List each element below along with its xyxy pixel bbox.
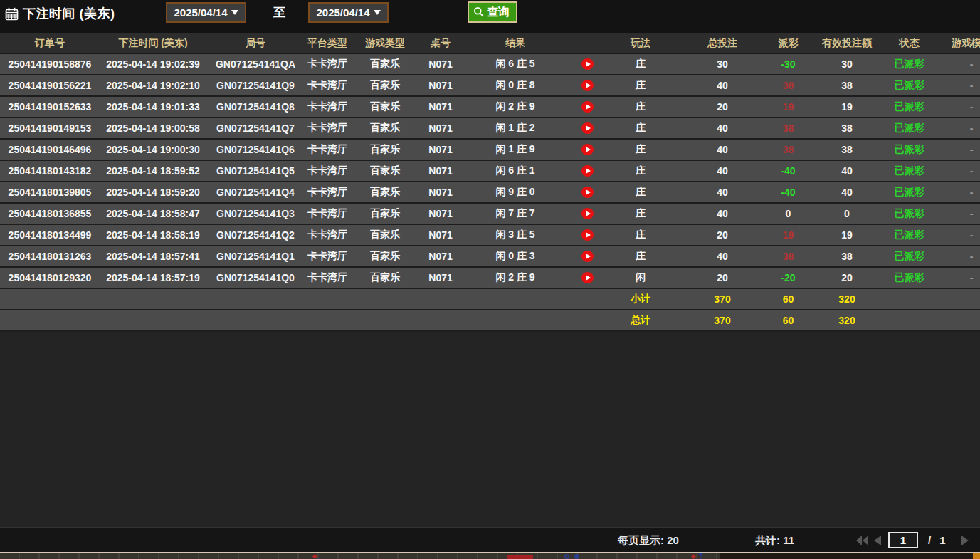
cell-platform: 卡卡湾厅 xyxy=(305,246,350,266)
table-row: 250414190146496 2025-04-14 19:00:30 GN07… xyxy=(0,140,980,161)
query-button[interactable]: 查询 xyxy=(468,1,517,23)
replay-icon[interactable] xyxy=(581,80,594,91)
page-input[interactable]: 1 xyxy=(888,532,918,548)
bet-records-table: 订单号 下注时间 (美东) 局号 平台类型 游戏类型 桌号 结果 玩法 总投注 … xyxy=(0,33,980,332)
date-to-picker[interactable]: 2025/04/14 xyxy=(308,2,389,23)
cell-round-id: GN071254141Q6 xyxy=(206,140,305,160)
page-separator: / xyxy=(928,534,931,546)
col-header-table-no: 桌号 xyxy=(420,33,461,53)
cell-total-bet: 40 xyxy=(676,75,769,95)
replay-icon[interactable] xyxy=(581,187,594,198)
replay-icon[interactable] xyxy=(581,165,594,177)
cell-result: 闲 6 庄 5 xyxy=(461,54,569,74)
replay-icon[interactable] xyxy=(581,229,594,241)
cell-status: 已派彩 xyxy=(886,246,932,266)
cell-total-bet: 40 xyxy=(676,204,769,224)
replay-icon[interactable] xyxy=(581,101,594,113)
cell-valid-bet: 30 xyxy=(808,54,886,74)
prev-page-icon[interactable] xyxy=(874,536,881,545)
next-page-icon[interactable] xyxy=(961,536,969,545)
cell-order-id: 250414180131263 xyxy=(0,246,100,266)
cell-order-id: 250414180129320 xyxy=(0,268,100,288)
cell-total-bet: 20 xyxy=(676,225,769,245)
cell-valid-bet: 40 xyxy=(808,182,886,202)
cell-game-type: 百家乐 xyxy=(350,140,420,160)
col-header-game-type: 游戏类型 xyxy=(350,33,420,53)
col-header-replay xyxy=(569,33,605,53)
cell-game-mode: - xyxy=(932,97,980,117)
cell-bet-time: 2025-04-14 18:59:52 xyxy=(100,161,206,181)
col-header-platform: 平台类型 xyxy=(305,33,350,53)
calendar-icon xyxy=(5,7,19,21)
table-row: 250414180143182 2025-04-14 18:59:52 GN07… xyxy=(0,161,980,182)
cell-round-id: GN071254141QA xyxy=(206,54,305,74)
cell-payout: 38 xyxy=(769,75,808,95)
cell-order-id: 250414190146496 xyxy=(0,140,100,160)
cell-valid-bet: 20 xyxy=(808,268,886,288)
cell-bet-time: 2025-04-14 19:01:33 xyxy=(100,97,206,117)
cell-platform: 卡卡湾厅 xyxy=(305,161,350,181)
cell-bet-time: 2025-04-14 18:58:47 xyxy=(100,204,206,224)
replay-icon[interactable] xyxy=(581,122,594,134)
cell-platform: 卡卡湾厅 xyxy=(305,140,350,160)
cell-order-id: 250414190149153 xyxy=(0,118,100,138)
cell-table-no: N071 xyxy=(420,161,461,181)
cell-valid-bet: 38 xyxy=(808,140,886,160)
cell-bet-time: 2025-04-14 18:57:19 xyxy=(100,268,206,288)
cell-status: 已派彩 xyxy=(886,204,932,224)
replay-icon[interactable] xyxy=(581,144,594,155)
col-header-play: 玩法 xyxy=(605,33,676,53)
cell-game-mode: - xyxy=(932,225,980,245)
cell-game-type: 百家乐 xyxy=(350,246,420,266)
cell-game-type: 百家乐 xyxy=(350,182,420,202)
cell-round-id: GN071254141Q9 xyxy=(206,75,305,95)
cell-valid-bet: 38 xyxy=(808,118,886,138)
cell-order-id: 250414180136855 xyxy=(0,204,100,224)
cell-bet-time: 2025-04-14 19:02:39 xyxy=(100,54,206,74)
table-row: 250414180136855 2025-04-14 18:58:47 GN07… xyxy=(0,204,980,225)
cell-total-bet: 40 xyxy=(676,140,769,160)
first-page-icon[interactable] xyxy=(856,536,868,545)
cell-game-mode: - xyxy=(932,246,980,266)
date-from-picker[interactable]: 2025/04/14 xyxy=(166,2,246,23)
cell-bet-time: 2025-04-14 18:57:41 xyxy=(100,246,206,266)
subtotal-row: 小计 370 60 320 xyxy=(0,289,980,310)
cell-round-id: GN071254141Q1 xyxy=(206,246,305,266)
cell-order-id: 250414180139805 xyxy=(0,182,100,202)
cell-result: 闲 2 庄 9 xyxy=(461,268,569,288)
cell-payout: 19 xyxy=(769,225,808,245)
cell-platform: 卡卡湾厅 xyxy=(305,118,350,138)
cell-payout: -40 xyxy=(769,161,808,181)
cell-payout: -20 xyxy=(769,268,808,288)
cell-payout: -30 xyxy=(769,54,808,74)
empty-table-area xyxy=(0,332,980,527)
cell-valid-bet: 38 xyxy=(808,75,886,95)
cell-table-no: N071 xyxy=(420,54,461,74)
page-title: 下注时间 (美东) xyxy=(23,5,115,22)
cell-total-bet: 20 xyxy=(676,268,769,288)
cell-platform: 卡卡湾厅 xyxy=(305,54,350,74)
cell-valid-bet: 0 xyxy=(808,204,886,224)
cell-bet-time: 2025-04-14 19:00:58 xyxy=(100,118,206,138)
cell-game-mode: - xyxy=(932,118,980,138)
replay-icon[interactable] xyxy=(581,251,594,262)
replay-icon[interactable] xyxy=(581,58,594,70)
cell-platform: 卡卡湾厅 xyxy=(305,268,350,288)
cell-status: 已派彩 xyxy=(886,118,932,138)
cell-payout: 0 xyxy=(769,204,808,224)
cell-bet-time: 2025-04-14 19:00:30 xyxy=(100,140,206,160)
replay-icon[interactable] xyxy=(581,272,594,283)
cell-table-no: N071 xyxy=(420,246,461,266)
subtotal-payout: 60 xyxy=(769,289,808,309)
cell-game-mode: - xyxy=(932,204,980,224)
table-row: 250414180134499 2025-04-14 18:58:19 GN07… xyxy=(0,225,980,246)
replay-icon[interactable] xyxy=(581,208,594,219)
cell-round-id: GN071254141Q3 xyxy=(206,204,305,224)
cell-result: 闲 0 庄 3 xyxy=(461,246,569,266)
cell-play: 庄 xyxy=(605,246,676,266)
col-header-status: 状态 xyxy=(886,33,932,53)
grand-total-total-bet: 370 xyxy=(676,310,769,330)
cell-game-type: 百家乐 xyxy=(350,75,420,95)
cell-platform: 卡卡湾厅 xyxy=(305,225,350,245)
grand-total-row: 总计 370 60 320 xyxy=(0,310,980,332)
